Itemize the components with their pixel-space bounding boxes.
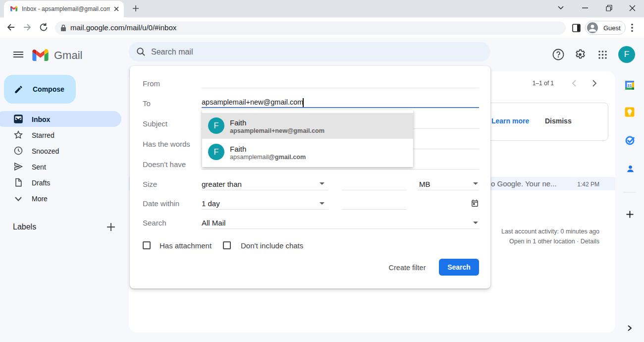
svg-text:31: 31 bbox=[627, 83, 632, 88]
